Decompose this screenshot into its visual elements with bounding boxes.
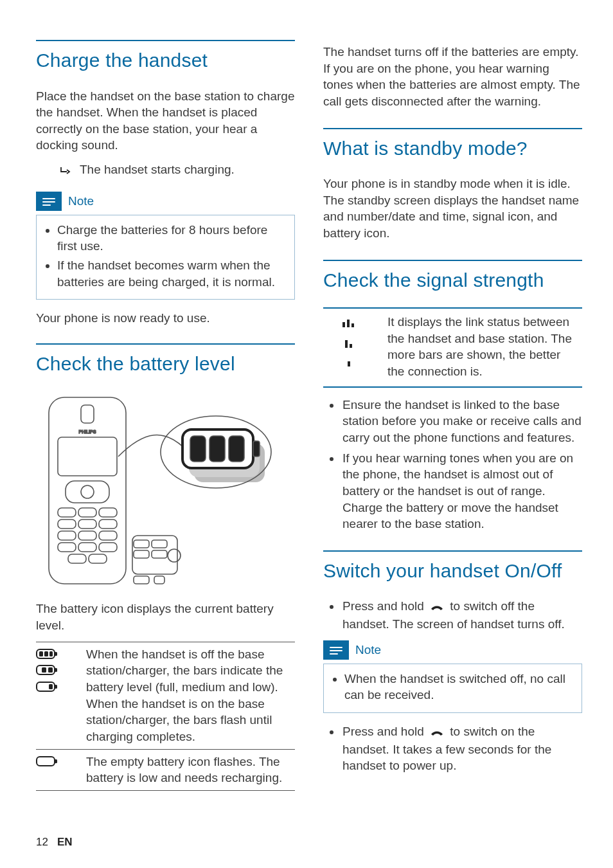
battery-medium-icon xyxy=(36,664,59,680)
svg-rect-53 xyxy=(342,322,345,327)
svg-rect-47 xyxy=(48,667,53,673)
svg-point-8 xyxy=(81,485,94,498)
battery-icons-cell xyxy=(36,642,86,749)
svg-rect-4 xyxy=(81,405,94,423)
svg-rect-17 xyxy=(99,531,117,540)
svg-rect-42 xyxy=(44,651,48,656)
table-row: When the handset is off the base station… xyxy=(36,642,295,749)
note-icon xyxy=(323,640,349,660)
svg-rect-21 xyxy=(68,554,86,563)
page-number: 12 xyxy=(36,835,48,850)
result-line: The handset starts charging. xyxy=(36,161,295,180)
battery-low-icon xyxy=(36,680,59,697)
battery-desc: The empty battery icon flashes. The batt… xyxy=(86,749,295,790)
heading-charge-handset: Charge the handset xyxy=(36,40,295,77)
heading-signal: Check the signal strength xyxy=(323,260,582,296)
left-column: Charge the handset Place the handset on … xyxy=(36,40,295,800)
paragraph: Place the handset on the base station to… xyxy=(36,88,295,154)
heading-check-battery: Check the battery level xyxy=(36,343,295,380)
svg-rect-30 xyxy=(154,576,164,584)
note-title: Note xyxy=(68,193,94,210)
svg-rect-6 xyxy=(58,437,117,476)
svg-rect-9 xyxy=(58,508,76,517)
signal-2-icon xyxy=(341,336,357,352)
svg-rect-23 xyxy=(132,536,177,574)
svg-rect-54 xyxy=(347,320,350,327)
list-item: If you hear warning tones when you are o… xyxy=(341,450,582,532)
svg-rect-27 xyxy=(134,550,149,558)
svg-rect-19 xyxy=(78,543,96,552)
svg-rect-55 xyxy=(351,323,354,327)
svg-text:PHILIPS: PHILIPS xyxy=(79,429,96,434)
svg-rect-16 xyxy=(78,531,96,540)
note-title: Note xyxy=(355,642,381,658)
svg-rect-28 xyxy=(152,550,167,558)
note-box: Note Charge the batteries for 8 hours be… xyxy=(36,192,295,300)
svg-rect-36 xyxy=(209,436,225,462)
switch-on-list: Press and hold to switch on the handset.… xyxy=(323,723,582,774)
svg-rect-40 xyxy=(55,652,57,656)
svg-rect-56 xyxy=(345,340,348,348)
list-item: Press and hold to switch on the handset.… xyxy=(341,723,582,774)
svg-rect-10 xyxy=(78,508,96,517)
svg-rect-18 xyxy=(58,543,76,552)
handset-illustration: PHILIPS xyxy=(36,391,295,590)
signal-icons xyxy=(326,314,372,380)
text: Press and hold xyxy=(342,599,427,613)
paragraph: Your phone is in standby mode when it is… xyxy=(323,176,582,242)
arrow-right-icon xyxy=(60,163,71,180)
paragraph: The battery icon displays the current ba… xyxy=(36,601,295,633)
svg-rect-57 xyxy=(350,344,352,348)
heading-standby: What is standby mode? xyxy=(323,128,582,165)
battery-empty-icon-cell xyxy=(36,749,86,790)
signal-bullet-list: Ensure the handset is linked to the base… xyxy=(323,397,582,532)
svg-rect-3 xyxy=(49,397,126,584)
svg-rect-22 xyxy=(89,554,107,563)
hangup-icon xyxy=(430,599,444,616)
svg-rect-52 xyxy=(55,759,57,763)
svg-point-24 xyxy=(168,549,181,562)
svg-rect-12 xyxy=(58,520,76,529)
svg-rect-37 xyxy=(229,436,244,462)
page-language: EN xyxy=(57,835,73,850)
svg-rect-7 xyxy=(66,481,109,503)
list-item: Press and hold to switch off the handset… xyxy=(341,598,582,632)
text: Press and hold xyxy=(342,725,427,738)
right-column: The handset turns off if the batteries a… xyxy=(323,40,582,800)
list-item: Ensure the handset is linked to the base… xyxy=(341,397,582,446)
svg-rect-15 xyxy=(58,531,76,540)
battery-desc: When the handset is off the base station… xyxy=(86,642,295,749)
battery-empty-icon xyxy=(36,755,59,772)
signal-description: It displays the link status between the … xyxy=(387,314,580,380)
svg-rect-58 xyxy=(348,361,350,366)
paragraph: Your phone is now ready to use. xyxy=(36,310,295,327)
svg-rect-41 xyxy=(39,651,43,656)
svg-rect-25 xyxy=(134,540,149,548)
switch-off-list: Press and hold to switch off the handset… xyxy=(323,598,582,632)
svg-rect-29 xyxy=(134,576,149,584)
note-item: Charge the batteries for 8 hours before … xyxy=(57,222,287,255)
svg-rect-50 xyxy=(49,684,53,689)
svg-rect-34 xyxy=(253,441,260,457)
svg-rect-26 xyxy=(152,540,167,548)
heading-switch-onoff: Switch your handset On/Off xyxy=(323,550,582,587)
battery-full-icon xyxy=(36,647,59,664)
svg-rect-13 xyxy=(78,520,96,529)
svg-rect-51 xyxy=(37,757,55,766)
battery-level-table: When the handset is off the base station… xyxy=(36,642,295,791)
table-row: The empty battery icon flashes. The batt… xyxy=(36,749,295,790)
paragraph: The handset turns off if the batteries a… xyxy=(323,44,582,110)
svg-rect-46 xyxy=(42,667,46,673)
note-item: If the handset becomes warm when the bat… xyxy=(57,257,287,290)
svg-rect-14 xyxy=(99,520,117,529)
svg-rect-45 xyxy=(55,668,57,672)
signal-1-icon xyxy=(341,356,357,372)
result-text: The handset starts charging. xyxy=(80,161,235,180)
note-box: Note When the handset is switched off, n… xyxy=(323,640,582,713)
signal-3-icon xyxy=(341,315,357,332)
svg-rect-49 xyxy=(55,685,57,689)
svg-rect-20 xyxy=(99,543,117,552)
page-footer: 12 EN xyxy=(36,835,73,850)
svg-rect-35 xyxy=(190,436,206,462)
hangup-icon xyxy=(430,725,444,741)
